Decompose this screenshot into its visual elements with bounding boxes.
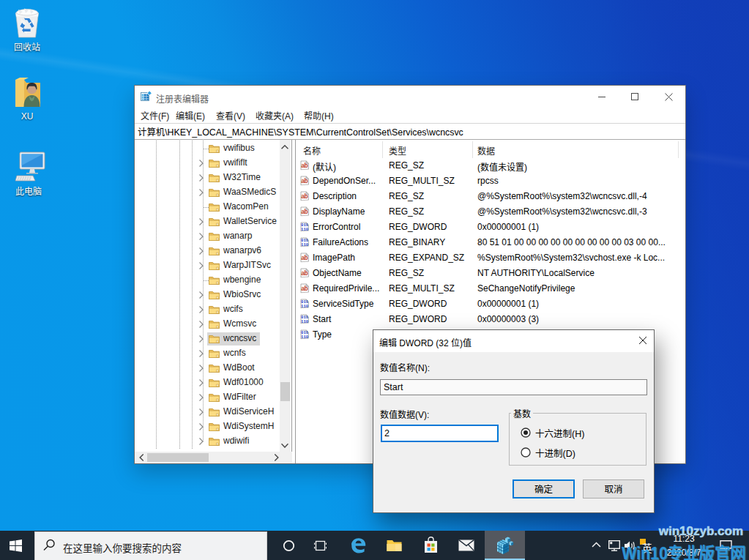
svg-text:110: 110 xyxy=(301,242,309,247)
svg-text:110: 110 xyxy=(301,319,309,324)
svg-text:ab: ab xyxy=(301,269,308,277)
svg-text:110: 110 xyxy=(301,227,309,232)
svg-text:ab: ab xyxy=(301,285,308,292)
svg-text:ab: ab xyxy=(301,162,308,169)
svg-text:ab: ab xyxy=(301,208,308,215)
svg-text:ab: ab xyxy=(301,193,308,200)
svg-text:110: 110 xyxy=(301,335,309,340)
svg-text:110: 110 xyxy=(301,304,309,309)
svg-text:ab: ab xyxy=(301,177,308,184)
svg-text:ab: ab xyxy=(301,254,308,261)
